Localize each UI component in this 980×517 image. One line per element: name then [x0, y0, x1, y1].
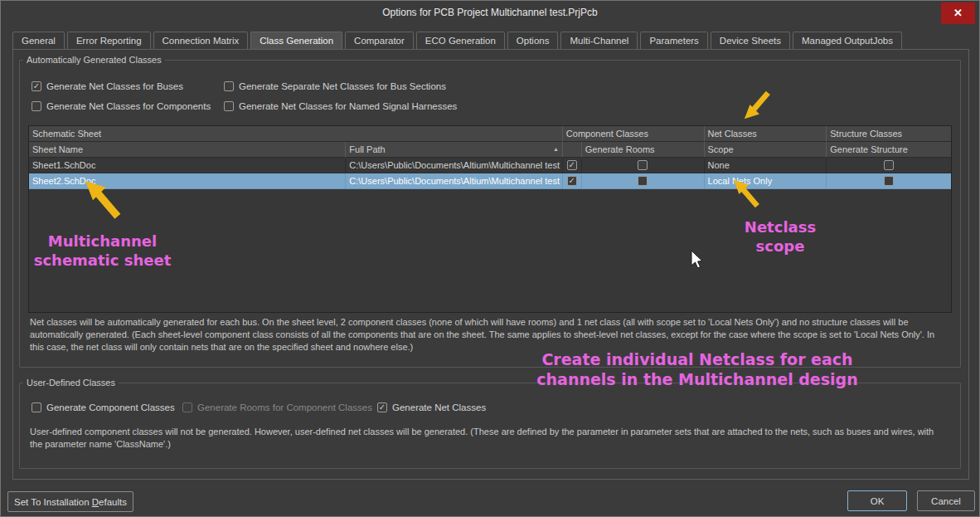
tab-managed-outputjobs[interactable]: Managed OutputJobs	[793, 32, 902, 50]
annotation-multichannel-sheet: Multichannel schematic sheet	[26, 232, 179, 270]
group-header-structure-classes[interactable]: Structure Classes	[827, 126, 951, 142]
annotation-arrow-to-local-nets-only	[731, 178, 763, 209]
annotation-arrow-to-sheet2-row	[82, 178, 125, 221]
table-row-sheet1[interactable]: Sheet1.SchDoc C:\Users\Public\Documents\…	[29, 158, 951, 173]
checkbox[interactable]: ✓	[224, 81, 234, 91]
checkbox-label: Generate Net Classes for Components	[46, 101, 211, 111]
options-dialog: Options for PCB Project Multichannel tes…	[0, 0, 980, 517]
checkbox[interactable]: ✓	[32, 101, 41, 111]
group-header-net-classes[interactable]: Net Classes	[705, 126, 827, 142]
window-title: Options for PCB Project Multichannel tes…	[1, 7, 979, 18]
column-header-scope[interactable]: Scope	[705, 142, 827, 158]
annotation-netclass-scope: Netclass scope	[729, 217, 832, 256]
tab-options[interactable]: Options	[507, 32, 559, 50]
checkbox-item-net-classes-components[interactable]: ✓ Generate Net Classes for Components	[32, 101, 211, 111]
table-group-header-row: Schematic Sheet Component Classes Net Cl…	[29, 126, 951, 142]
checkbox-label: Generate Rooms for Component Classes	[197, 402, 372, 412]
checkbox[interactable]: ✓	[638, 176, 648, 186]
cell-sheet-name[interactable]: Sheet1.SchDoc	[29, 158, 346, 173]
cell-generate-structure[interactable]: ✓	[827, 173, 951, 189]
tab-comparator[interactable]: Comparator	[345, 32, 414, 50]
group-label: User-Defined Classes	[23, 378, 119, 388]
tab-error-reporting[interactable]: Error Reporting	[67, 32, 151, 50]
tab-multi-channel[interactable]: Multi-Channel	[560, 32, 638, 50]
cell-full-path[interactable]: C:\Users\Public\Documents\Altium\Multich…	[346, 173, 563, 189]
check-icon: ✓	[569, 177, 575, 185]
checkbox[interactable]: ✓	[32, 81, 41, 91]
sort-ascending-icon: ▲	[553, 142, 559, 157]
table-column-header-row: Sheet Name Full Path ▲ Generate Rooms Sc…	[29, 142, 951, 158]
column-header-component-enable[interactable]	[563, 142, 582, 158]
checkbox-item-generate-rooms-component-classes: ✓ Generate Rooms for Component Classes	[182, 402, 372, 412]
cell-component-enable[interactable]: ✓	[563, 158, 582, 173]
checkbox-item-net-classes-buses[interactable]: ✓ Generate Net Classes for Buses	[32, 81, 183, 91]
annotation-arrow-to-net-classes-header	[742, 90, 774, 121]
tab-connection-matrix[interactable]: Connection Matrix	[153, 32, 249, 50]
cancel-button[interactable]: Cancel	[917, 490, 975, 511]
group-header-component-classes[interactable]: Component Classes	[563, 126, 705, 142]
check-icon: ✓	[379, 403, 386, 412]
mouse-cursor	[689, 250, 707, 270]
checkbox-item-separate-bus-sections[interactable]: ✓ Generate Separate Net Classes for Bus …	[224, 81, 446, 91]
user-defined-classes-group: User-Defined Classes ✓ Generate Componen…	[19, 378, 961, 469]
tab-strip: General Error Reporting Connection Matri…	[12, 32, 902, 50]
checkbox[interactable]: ✓	[567, 176, 577, 186]
checkbox[interactable]: ✓	[638, 160, 648, 170]
table-row-sheet2[interactable]: Sheet2.SchDoc C:\Users\Public\Documents\…	[29, 173, 951, 189]
checkbox-label: Generate Net Classes for Named Signal Ha…	[239, 101, 457, 111]
checkbox: ✓	[182, 402, 192, 412]
checkbox-item-generate-net-classes[interactable]: ✓ Generate Net Classes	[377, 402, 486, 412]
cell-scope[interactable]: Local Nets Only	[705, 173, 827, 189]
close-button[interactable]: ✕	[941, 2, 975, 24]
cell-generate-rooms[interactable]: ✓	[582, 173, 705, 189]
cell-generate-structure[interactable]: ✓	[827, 158, 951, 173]
checkbox-item-generate-component-classes[interactable]: ✓ Generate Component Classes	[32, 402, 175, 412]
checkbox-label: Generate Net Classes	[392, 402, 486, 412]
column-header-full-path[interactable]: Full Path ▲	[346, 142, 563, 158]
cell-scope[interactable]: None	[705, 158, 827, 173]
title-bar[interactable]: Options for PCB Project Multichannel tes…	[1, 1, 979, 26]
checkbox[interactable]: ✓	[377, 402, 387, 412]
checkbox-label: Generate Net Classes for Buses	[46, 81, 183, 91]
cell-component-enable[interactable]: ✓	[563, 173, 582, 189]
checkbox[interactable]: ✓	[32, 402, 41, 412]
set-installation-defaults-button[interactable]: Set To Installation Defaults	[7, 491, 133, 512]
column-header-sheet-name[interactable]: Sheet Name	[29, 142, 346, 158]
checkbox-label: Generate Component Classes	[46, 402, 175, 412]
auto-classes-description: Net classes will be automatically genera…	[30, 316, 948, 354]
annotation-create-netclass: Create individual Netclass for each chan…	[522, 349, 873, 389]
tab-device-sheets[interactable]: Device Sheets	[711, 32, 790, 50]
checkbox-label: Generate Separate Net Classes for Bus Se…	[239, 81, 446, 91]
checkbox[interactable]: ✓	[567, 160, 577, 170]
check-icon: ✓	[569, 161, 575, 169]
tab-eco-generation[interactable]: ECO Generation	[416, 32, 505, 50]
auto-generated-classes-group: Automatically Generated Classes ✓ Genera…	[19, 55, 961, 368]
checkbox[interactable]: ✓	[224, 101, 234, 111]
column-header-generate-structure[interactable]: Generate Structure	[827, 142, 951, 158]
cell-generate-rooms[interactable]: ✓	[582, 158, 705, 173]
cell-full-path[interactable]: C:\Users\Public\Documents\Altium\Multich…	[346, 158, 563, 173]
checkbox[interactable]: ✓	[884, 176, 894, 186]
tab-class-generation[interactable]: Class Generation	[250, 32, 342, 50]
group-label: Automatically Generated Classes	[23, 55, 165, 65]
checkbox[interactable]: ✓	[884, 160, 894, 170]
ok-button[interactable]: OK	[847, 490, 907, 511]
tab-general[interactable]: General	[12, 32, 65, 50]
group-header-schematic-sheet[interactable]: Schematic Sheet	[29, 126, 563, 142]
cell-sheet-name[interactable]: Sheet2.SchDoc	[29, 173, 346, 189]
tab-parameters[interactable]: Parameters	[640, 32, 707, 50]
close-icon: ✕	[953, 7, 963, 19]
column-header-generate-rooms[interactable]: Generate Rooms	[582, 142, 705, 158]
checkbox-item-signal-harnesses[interactable]: ✓ Generate Net Classes for Named Signal …	[224, 101, 457, 111]
user-classes-description: User-defined component classes will not …	[30, 426, 948, 451]
check-icon: ✓	[33, 82, 40, 90]
